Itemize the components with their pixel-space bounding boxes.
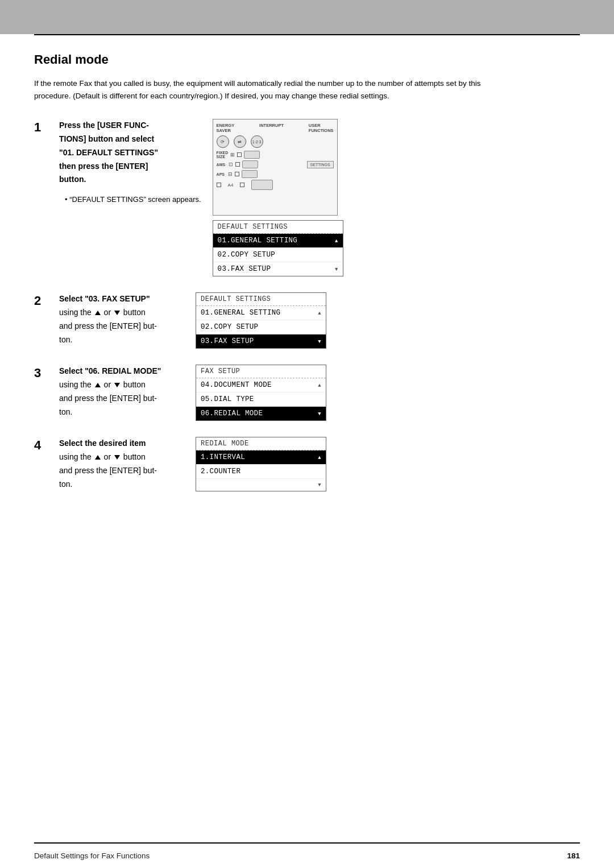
lcd-2-row-2: 02.COPY SETUP bbox=[196, 320, 326, 334]
lcd-2-row-1-label: 01.GENERAL SETTING bbox=[201, 309, 280, 317]
device-icons-row: ⟳ ⇄ 1·2·3 bbox=[217, 135, 334, 148]
lcd-1-title: DEFAULT SETTINGS bbox=[213, 221, 343, 234]
step-2-number: 2 bbox=[34, 294, 50, 308]
aps-label: APS bbox=[217, 172, 225, 176]
step-1-right: ENERGYSAVER INTERRUPT USERFUNCTIONS ⟳ ⇄ … bbox=[213, 119, 343, 276]
lcd-1-row-1: 01.GENERAL SETTING bbox=[213, 234, 343, 248]
footer-text: Default Settings for Fax Functions bbox=[34, 852, 150, 860]
step-3-body: Select "06. REDIAL MODE" using the or bu… bbox=[59, 365, 580, 421]
lcd-1-row-1-label: 01.GENERAL SETTING bbox=[218, 237, 297, 245]
step-2-lcd: DEFAULT SETTINGS 01.GENERAL SETTING 02.C… bbox=[196, 292, 326, 349]
aps-checkbox bbox=[235, 172, 239, 176]
lcd-4-arrow-down bbox=[318, 482, 321, 488]
fixed-size-input bbox=[244, 151, 260, 159]
lcd-1-arrow-up bbox=[335, 238, 338, 244]
section-title: Redial mode bbox=[34, 52, 580, 67]
ams-checkbox bbox=[235, 162, 240, 167]
step-3-number: 3 bbox=[34, 366, 50, 381]
arrow-up-icon-2a bbox=[95, 311, 101, 315]
step-1-sub-bullet: • “DEFAULT SETTINGS” screen appears. bbox=[65, 193, 201, 206]
lcd-3-row-3-label: 06.REDIAL MODE bbox=[201, 410, 263, 418]
step-4: 4 Select the desired item using the or b… bbox=[34, 437, 580, 491]
lcd-2-row-3: 03.FAX SETUP bbox=[196, 334, 326, 348]
lcd-3-row-3: 06.REDIAL MODE bbox=[196, 407, 326, 420]
lcd-4-title: REDIAL MODE bbox=[196, 437, 326, 450]
lcd-4-row-2-label: 2.COUNTER bbox=[201, 468, 240, 476]
lcd-3-title: FAX SETUP bbox=[196, 365, 326, 378]
main-content: Redial mode If the remote Fax that you c… bbox=[0, 35, 614, 514]
step-2: 2 Select "03. FAX SETUP" using the or bu… bbox=[34, 292, 580, 349]
energy-saver-label: ENERGYSAVER bbox=[217, 123, 235, 133]
arrow-down-icon-2a bbox=[114, 311, 120, 315]
step-4-line1: Select the desired item bbox=[59, 439, 146, 448]
device-inner: ENERGYSAVER INTERRUPT USERFUNCTIONS ⟳ ⇄ … bbox=[213, 119, 337, 215]
step-2-line1: Select "03. FAX SETUP" bbox=[59, 294, 150, 303]
step-1-text: Press the [USER FUNC-TIONS] button and s… bbox=[59, 119, 201, 206]
device-image: ENERGYSAVER INTERRUPT USERFUNCTIONS ⟳ ⇄ … bbox=[213, 119, 338, 216]
ams-label: AMS bbox=[217, 163, 226, 167]
step-1: 1 Press the [USER FUNC-TIONS] button and… bbox=[34, 119, 580, 276]
lcd-4-row-2: 2.COUNTER bbox=[196, 465, 326, 479]
aps-input bbox=[242, 170, 258, 178]
step-4-number: 4 bbox=[34, 438, 50, 453]
aps-icon: ⊟ bbox=[228, 171, 233, 177]
lcd-1-row-2-label: 02.COPY SETUP bbox=[218, 251, 275, 259]
device-a4-row: A4 bbox=[217, 180, 334, 190]
step-2-right: DEFAULT SETTINGS 01.GENERAL SETTING 02.C… bbox=[196, 292, 326, 349]
lcd-1-row-3: 03.FAX SETUP bbox=[213, 262, 343, 276]
fixed-size-icon: ⊞ bbox=[230, 152, 235, 158]
lcd-2-row-3-label: 03.FAX SETUP bbox=[201, 337, 254, 345]
intro-paragraph: If the remote Fax that you called is bus… bbox=[34, 77, 500, 102]
step-3-line1: Select "06. REDIAL MODE" bbox=[59, 366, 161, 375]
bottom-spacer bbox=[0, 514, 614, 842]
a4-checkbox-left bbox=[217, 183, 221, 187]
lcd-2-arrow-up bbox=[318, 310, 321, 316]
lcd-1-arrow-down bbox=[335, 266, 338, 272]
arrow-down-icon-3a bbox=[114, 383, 120, 387]
step-1-body: Press the [USER FUNC-TIONS] button and s… bbox=[59, 119, 580, 276]
lcd-2-arrow-down bbox=[318, 338, 321, 345]
step-4-lcd: REDIAL MODE 1.INTERVAL 2.COUNTER bbox=[196, 437, 326, 491]
device-top-labels: ENERGYSAVER INTERRUPT USERFUNCTIONS bbox=[217, 123, 334, 133]
user-func-btn[interactable]: 1·2·3 bbox=[251, 135, 263, 148]
steps-container: 1 Press the [USER FUNC-TIONS] button and… bbox=[34, 119, 580, 491]
lcd-2-row-1: 01.GENERAL SETTING bbox=[196, 306, 326, 320]
step-3-text: Select "06. REDIAL MODE" using the or bu… bbox=[59, 365, 184, 419]
lcd-3-arrow-down bbox=[318, 411, 321, 417]
step-4-text: Select the desired item using the or but… bbox=[59, 437, 184, 491]
step-1-line1: Press the [USER FUNC-TIONS] button and s… bbox=[59, 121, 158, 184]
lcd-1-row-3-label: 03.FAX SETUP bbox=[218, 265, 271, 273]
lcd-3-row-1-label: 04.DOCUMENT MODE bbox=[201, 381, 272, 389]
lcd-4-row-1: 1.INTERVAL bbox=[196, 450, 326, 465]
step-4-body: Select the desired item using the or but… bbox=[59, 437, 580, 491]
step-3: 3 Select "06. REDIAL MODE" using the or … bbox=[34, 365, 580, 421]
footer-page: 181 bbox=[567, 852, 580, 860]
interrupt-label: INTERRUPT bbox=[259, 123, 284, 133]
interrupt-btn[interactable]: ⇄ bbox=[234, 135, 246, 148]
settings-box: SETTINGS bbox=[307, 161, 334, 168]
lcd-4-arrow-up bbox=[318, 454, 321, 461]
a4-checkbox-right bbox=[240, 183, 244, 187]
arrow-down-icon-4a bbox=[114, 455, 120, 460]
top-bar bbox=[0, 0, 614, 34]
energy-saver-btn[interactable]: ⟳ bbox=[217, 135, 229, 148]
step-1-number: 1 bbox=[34, 120, 50, 135]
fixed-size-row: FIXEDSIZE ⊞ bbox=[217, 151, 334, 159]
lcd-3-row-2: 05.DIAL TYPE bbox=[196, 392, 326, 407]
step-4-right: REDIAL MODE 1.INTERVAL 2.COUNTER bbox=[196, 437, 326, 491]
lcd-2-row-2-label: 02.COPY SETUP bbox=[201, 323, 258, 331]
footer: Default Settings for Fax Functions 181 bbox=[0, 844, 614, 868]
lcd-3-arrow-up bbox=[318, 382, 321, 388]
arrow-up-icon-4a bbox=[95, 455, 101, 460]
ams-input bbox=[242, 160, 258, 168]
lcd-1-row-2: 02.COPY SETUP bbox=[213, 248, 343, 262]
lcd-3-row-2-label: 05.DIAL TYPE bbox=[201, 395, 254, 403]
lcd-4-row-1-label: 1.INTERVAL bbox=[201, 453, 245, 461]
step-1-lcd: DEFAULT SETTINGS 01.GENERAL SETTING 02.C… bbox=[213, 220, 343, 276]
device-size-section: FIXEDSIZE ⊞ AMS ⊡ bbox=[217, 151, 334, 178]
aps-row: APS ⊟ bbox=[217, 170, 334, 178]
lcd-3-row-1: 04.DOCUMENT MODE bbox=[196, 378, 326, 392]
fixed-size-label: FIXEDSIZE bbox=[217, 151, 229, 159]
lcd-2-title: DEFAULT SETTINGS bbox=[196, 293, 326, 306]
user-functions-label: USERFUNCTIONS bbox=[309, 123, 334, 133]
